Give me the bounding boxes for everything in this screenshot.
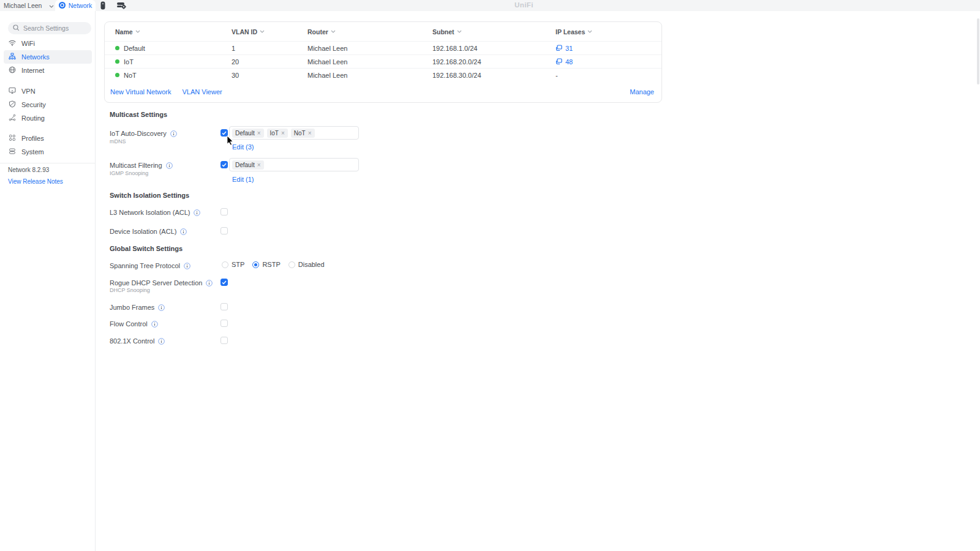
multicast-filtering-edit-link[interactable]: Edit (1) — [232, 176, 254, 183]
sort-chevron-icon — [135, 30, 140, 33]
tab-network[interactable]: Network — [55, 0, 96, 11]
radio-option-disabled[interactable]: Disabled — [288, 261, 325, 268]
column-header-ip-leases[interactable]: IP Leases — [556, 28, 662, 36]
ip-leases-link[interactable]: 31 — [556, 45, 662, 52]
check-icon — [222, 280, 227, 285]
subnet-cell: 192.168.1.0/24 — [432, 45, 556, 52]
network-tag: NoT — [291, 129, 315, 138]
table-footer: New Virtual Network VLAN Viewer Manage — [105, 81, 662, 102]
sidebar-item-label: WiFi — [21, 40, 35, 47]
router-cell: Michael Leen — [307, 58, 432, 66]
check-icon — [222, 163, 227, 167]
system-stack-icon — [9, 148, 16, 156]
spanning-tree-protocol-label: Spanning Tree Protocol — [110, 262, 190, 269]
remove-tag-icon[interactable] — [257, 162, 261, 168]
ip-leases-empty: - — [556, 72, 662, 79]
table-row-default[interactable]: Default 1 Michael Leen 192.168.1.0/24 31 — [105, 41, 662, 54]
remove-tag-icon[interactable] — [281, 130, 285, 137]
subnet-cell: 192.168.30.0/24 — [432, 72, 556, 79]
column-header-vlan-id[interactable]: VLAN ID — [232, 28, 307, 36]
vertical-scrollbar-thumb[interactable] — [977, 18, 979, 84]
network-app-icon — [59, 2, 66, 10]
tab-app-device[interactable] — [97, 1, 109, 10]
tab-network-label: Network — [69, 2, 92, 9]
network-status-dot — [115, 73, 119, 77]
drive-gear-icon — [116, 1, 126, 10]
sidebar-item-system[interactable]: System — [4, 145, 92, 159]
vlan-viewer-link[interactable]: VLAN Viewer — [182, 88, 222, 96]
sidebar-item-routing[interactable]: Routing — [4, 111, 92, 125]
sidebar-nav: WiFi Networks Internet VPN Security Rout… — [4, 37, 92, 159]
doorbell-device-icon — [100, 1, 105, 11]
globe-icon — [9, 66, 16, 75]
search-input[interactable] — [23, 24, 85, 32]
remove-tag-icon[interactable] — [257, 130, 261, 137]
sort-chevron-icon — [587, 30, 592, 33]
iot-auto-discovery-label: IoT Auto-Discovery — [110, 130, 177, 137]
info-icon[interactable] — [180, 228, 187, 235]
info-icon[interactable] — [158, 338, 165, 345]
vlan-table-card: Name VLAN ID Router Subnet IP Leases Def… — [104, 21, 662, 103]
iot-auto-discovery-network-input[interactable]: Default IoT NoT — [229, 126, 359, 140]
multicast-filtering-label: Multicast Filtering — [110, 162, 173, 169]
info-icon[interactable] — [151, 321, 158, 328]
search-settings-box[interactable] — [8, 22, 91, 34]
multicast-filtering-network-input[interactable]: Default — [229, 158, 359, 171]
leases-pages-icon — [556, 58, 562, 65]
sidebar-item-security[interactable]: Security — [4, 98, 92, 111]
view-release-notes-link[interactable]: View Release Notes — [8, 178, 63, 185]
networks-topology-icon — [9, 53, 16, 61]
flow-control-checkbox[interactable] — [221, 320, 228, 327]
sidebar-item-internet[interactable]: Internet — [4, 64, 92, 77]
shield-icon — [9, 100, 16, 109]
profiles-grid-icon — [9, 134, 16, 143]
sidebar-item-vpn[interactable]: VPN — [4, 84, 92, 98]
sidebar-item-profiles[interactable]: Profiles — [4, 132, 92, 145]
l3-network-isolation-label: L3 Network Isolation (ACL) — [110, 209, 200, 216]
network-status-dot — [115, 46, 119, 50]
sidebar-item-networks[interactable]: Networks — [4, 50, 92, 64]
iot-auto-discovery-edit-link[interactable]: Edit (3) — [232, 143, 254, 151]
routing-branch-icon — [9, 114, 16, 122]
info-icon[interactable] — [184, 263, 190, 269]
info-icon[interactable] — [194, 209, 200, 216]
ip-leases-link[interactable]: 48 — [556, 58, 662, 66]
column-header-name[interactable]: Name — [115, 28, 232, 36]
site-selector[interactable]: Michael Leen — [4, 0, 54, 11]
site-selector-label: Michael Leen — [4, 2, 42, 9]
section-title-multicast: Multicast Settings — [110, 111, 167, 118]
sidebar-divider — [0, 163, 95, 163]
dot1x-control-checkbox[interactable] — [221, 337, 228, 344]
jumbo-frames-checkbox[interactable] — [221, 303, 228, 310]
vlan-id-cell: 30 — [232, 72, 307, 79]
check-icon — [222, 131, 227, 135]
vlan-id-cell: 1 — [232, 45, 307, 52]
radio-option-rstp[interactable]: RSTP — [252, 261, 280, 268]
info-icon[interactable] — [206, 280, 213, 287]
rogue-dhcp-subtitle: DHCP Snooping — [110, 287, 150, 293]
manage-link[interactable]: Manage — [630, 88, 654, 96]
sidebar-item-label: VPN — [21, 88, 36, 95]
network-status-dot — [115, 59, 119, 64]
table-row-iot[interactable]: IoT 20 Michael Leen 192.168.20.0/24 48 — [105, 54, 662, 68]
device-isolation-checkbox[interactable] — [221, 227, 228, 234]
router-cell: Michael Leen — [307, 45, 432, 52]
info-icon[interactable] — [158, 304, 165, 311]
sidebar-item-wifi[interactable]: WiFi — [4, 37, 92, 50]
column-header-router[interactable]: Router — [307, 28, 432, 36]
tab-app-drive[interactable] — [115, 1, 127, 10]
section-title-switch-isolation: Switch Isolation Settings — [110, 192, 189, 199]
remove-tag-icon[interactable] — [308, 130, 312, 137]
spanning-tree-radio-group: STP RSTP Disabled — [222, 261, 325, 268]
info-icon[interactable] — [166, 162, 173, 169]
table-row-not[interactable]: NoT 30 Michael Leen 192.168.30.0/24 - — [105, 68, 662, 81]
iot-auto-discovery-subtitle: mDNS — [110, 138, 126, 144]
radio-option-stp[interactable]: STP — [222, 261, 244, 268]
l3-network-isolation-checkbox[interactable] — [221, 208, 228, 216]
new-virtual-network-link[interactable]: New Virtual Network — [110, 88, 171, 96]
network-version-label: Network 8.2.93 — [8, 167, 49, 173]
column-header-subnet[interactable]: Subnet — [432, 28, 556, 36]
info-icon[interactable] — [170, 130, 177, 137]
multicast-filtering-checkbox[interactable] — [221, 161, 228, 168]
rogue-dhcp-checkbox[interactable] — [221, 279, 228, 286]
